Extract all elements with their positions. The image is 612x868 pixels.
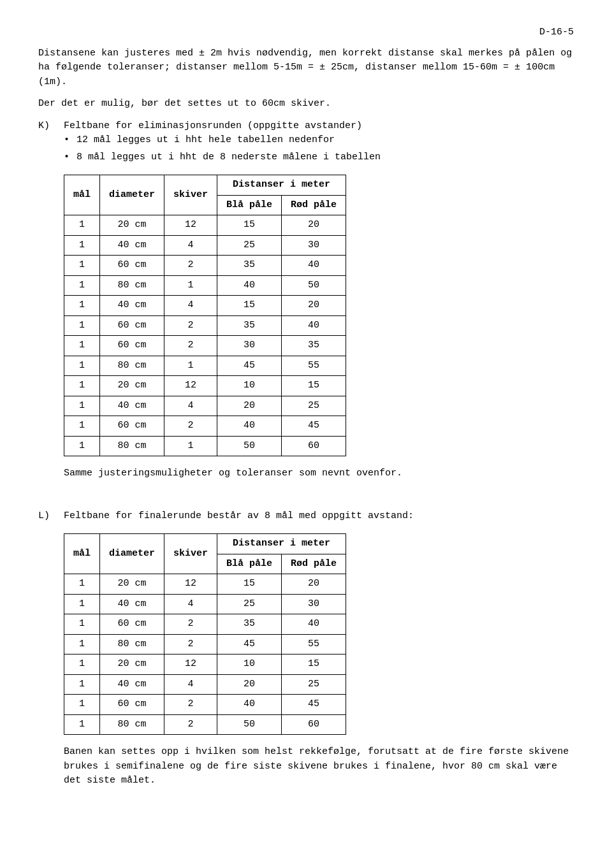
col-bla-pale: Blå påle — [217, 195, 282, 215]
l-col-distanser-header: Distanser i meter — [217, 534, 346, 554]
table-row: 120 cm121520 — [64, 215, 346, 236]
section-k-letter: K) — [38, 119, 64, 134]
bullet-2: 8 mål legges ut i hht de 8 nederste måle… — [64, 150, 574, 165]
table-row: 120 cm121015 — [64, 376, 346, 396]
page-id: D-16-5 — [38, 25, 574, 40]
col-antall-skiver: skiver — [164, 175, 217, 215]
table-l: mål diameter skiver Distanser i meter Bl… — [64, 533, 346, 735]
l-col-rod-pale: Rød påle — [282, 554, 346, 574]
section-k-bullets: 12 mål legges ut i hht hele tabellen ned… — [64, 133, 574, 164]
section-l-title: Feltbane for finalerunde består av 8 mål… — [64, 510, 414, 521]
table-row: 160 cm24045 — [64, 695, 346, 715]
section-l-final-note: Banen kan settes opp i hvilken som helst… — [64, 745, 574, 788]
table-row: 160 cm24045 — [64, 416, 346, 437]
section-k-title: Feltbane for eliminasjonsrunden (oppgitt… — [64, 120, 362, 131]
table-row: 180 cm24555 — [64, 634, 346, 655]
table-row: 140 cm41520 — [64, 296, 346, 316]
col-distanser-header: Distanser i meter — [217, 175, 346, 196]
table-row: 120 cm121520 — [64, 574, 346, 595]
l-col-antall-maal: mål — [64, 534, 100, 574]
table-row: 140 cm42025 — [64, 674, 346, 695]
table-row: 140 cm42025 — [64, 396, 346, 416]
table-row: 140 cm42530 — [64, 235, 346, 256]
bullet-1: 12 mål legges ut i hht hele tabellen ned… — [64, 133, 574, 148]
table-row: 140 cm42530 — [64, 594, 346, 614]
table-row: 160 cm23540 — [64, 315, 346, 336]
section-k: K) Feltbane for eliminasjonsrunden (oppg… — [38, 119, 574, 496]
table-row: 160 cm23540 — [64, 256, 346, 276]
section-k-same-note: Samme justeringsmuligheter og toleranser… — [64, 467, 574, 481]
table-row: 120 cm121015 — [64, 655, 346, 675]
table-k: mål diameter skiver Distanser i meter Bl… — [64, 175, 346, 456]
table-l-body: 120 cm121520140 cm42530160 cm23540180 cm… — [64, 574, 346, 735]
table-row: 160 cm23540 — [64, 614, 346, 635]
table-row: 180 cm25060 — [64, 714, 346, 735]
table-row: 160 cm23035 — [64, 336, 346, 356]
col-antall-maal: mål — [64, 175, 100, 215]
table-row: 180 cm14555 — [64, 356, 346, 376]
table-k-header-row1: mål diameter skiver Distanser i meter — [64, 175, 346, 196]
table-row: 180 cm15060 — [64, 436, 346, 456]
col-rod-pale: Rød påle — [282, 195, 346, 215]
section-l-letter: L) — [38, 509, 64, 524]
col-skivens-diam: diameter — [100, 175, 164, 215]
table-k-body: 120 cm121520140 cm42530160 cm23540180 cm… — [64, 215, 346, 456]
intro-paragraph: Distansene kan justeres med ± 2m hvis nø… — [38, 47, 574, 90]
section-l: L) Feltbane for finalerunde består av 8 … — [38, 509, 574, 788]
table-row: 180 cm14050 — [64, 275, 346, 296]
skiver-note: Der det er mulig, bør det settes ut to 6… — [38, 97, 574, 112]
table-l-header-row1: mål diameter skiver Distanser i meter — [64, 534, 346, 554]
l-col-antall-skiver: skiver — [164, 534, 217, 574]
l-col-skivens-diam: diameter — [100, 534, 164, 574]
l-col-bla-pale: Blå påle — [217, 554, 282, 574]
